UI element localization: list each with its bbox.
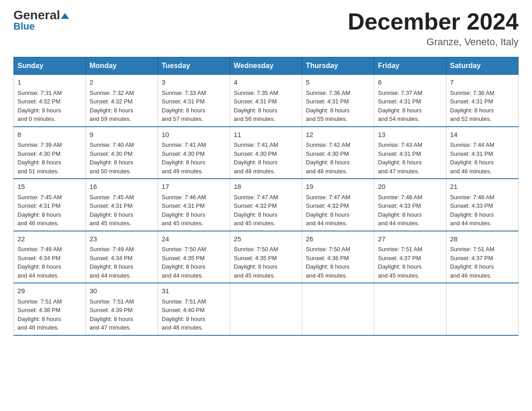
calendar-table: Sunday Monday Tuesday Wednesday Thursday… [13, 57, 519, 336]
day-info: Sunrise: 7:48 AMSunset: 4:33 PMDaylight:… [450, 194, 494, 227]
day-info: Sunrise: 7:37 AMSunset: 4:31 PMDaylight:… [378, 90, 422, 123]
day-number: 3 [162, 77, 226, 88]
table-row: 19Sunrise: 7:47 AMSunset: 4:32 PMDayligh… [302, 179, 374, 231]
day-number: 1 [17, 77, 82, 88]
day-number: 28 [450, 234, 515, 244]
table-row: 7Sunrise: 7:38 AMSunset: 4:31 PMDaylight… [446, 75, 519, 127]
table-row: 13Sunrise: 7:43 AMSunset: 4:31 PMDayligh… [374, 127, 446, 179]
table-row: 30Sunrise: 7:51 AMSunset: 4:39 PMDayligh… [86, 283, 158, 335]
table-row: 12Sunrise: 7:42 AMSunset: 4:30 PMDayligh… [302, 127, 374, 179]
day-number: 31 [162, 286, 226, 296]
day-number: 25 [234, 234, 298, 244]
day-info: Sunrise: 7:49 AMSunset: 4:34 PMDaylight:… [90, 246, 134, 279]
table-row: 4Sunrise: 7:35 AMSunset: 4:31 PMDaylight… [230, 75, 302, 127]
day-number: 24 [162, 234, 226, 244]
table-row [446, 283, 519, 335]
table-row: 24Sunrise: 7:50 AMSunset: 4:35 PMDayligh… [158, 231, 230, 283]
day-info: Sunrise: 7:51 AMSunset: 4:39 PMDaylight:… [90, 298, 134, 331]
calendar-week-row: 22Sunrise: 7:49 AMSunset: 4:34 PMDayligh… [14, 231, 519, 283]
day-number: 19 [306, 182, 370, 192]
day-info: Sunrise: 7:47 AMSunset: 4:32 PMDaylight:… [234, 194, 278, 227]
day-info: Sunrise: 7:43 AMSunset: 4:31 PMDaylight:… [378, 141, 422, 175]
day-info: Sunrise: 7:33 AMSunset: 4:31 PMDaylight:… [162, 90, 206, 123]
table-row: 23Sunrise: 7:49 AMSunset: 4:34 PMDayligh… [86, 231, 158, 283]
day-number: 10 [162, 130, 226, 140]
table-row: 5Sunrise: 7:36 AMSunset: 4:31 PMDaylight… [302, 75, 374, 127]
day-number: 13 [378, 130, 442, 140]
day-number: 9 [90, 130, 154, 140]
table-row: 31Sunrise: 7:51 AMSunset: 4:40 PMDayligh… [158, 283, 230, 335]
table-row: 22Sunrise: 7:49 AMSunset: 4:34 PMDayligh… [14, 231, 86, 283]
day-number: 22 [17, 234, 82, 244]
col-wednesday: Wednesday [230, 57, 302, 75]
page-header: General Blue December 2024 Granze, Venet… [13, 9, 519, 48]
table-row: 3Sunrise: 7:33 AMSunset: 4:31 PMDaylight… [158, 75, 230, 127]
table-row: 17Sunrise: 7:46 AMSunset: 4:31 PMDayligh… [158, 179, 230, 231]
day-info: Sunrise: 7:50 AMSunset: 4:35 PMDaylight:… [162, 246, 206, 279]
day-info: Sunrise: 7:49 AMSunset: 4:34 PMDaylight:… [17, 246, 62, 279]
table-row: 2Sunrise: 7:32 AMSunset: 4:32 PMDaylight… [86, 75, 158, 127]
table-row: 10Sunrise: 7:41 AMSunset: 4:30 PMDayligh… [158, 127, 230, 179]
calendar-week-row: 15Sunrise: 7:45 AMSunset: 4:31 PMDayligh… [14, 179, 519, 231]
day-number: 11 [234, 130, 298, 140]
day-number: 2 [90, 77, 154, 88]
table-row: 29Sunrise: 7:51 AMSunset: 4:38 PMDayligh… [14, 283, 86, 335]
table-row: 26Sunrise: 7:50 AMSunset: 4:36 PMDayligh… [302, 231, 374, 283]
day-info: Sunrise: 7:50 AMSunset: 4:35 PMDaylight:… [234, 246, 278, 279]
table-row [230, 283, 302, 335]
table-row: 8Sunrise: 7:39 AMSunset: 4:30 PMDaylight… [14, 127, 86, 179]
day-number: 7 [450, 77, 515, 88]
title-block: December 2024 Granze, Veneto, Italy [348, 9, 519, 48]
table-row: 21Sunrise: 7:48 AMSunset: 4:33 PMDayligh… [446, 179, 519, 231]
day-info: Sunrise: 7:32 AMSunset: 4:32 PMDaylight:… [90, 90, 134, 123]
table-row: 6Sunrise: 7:37 AMSunset: 4:31 PMDaylight… [374, 75, 446, 127]
table-row [374, 283, 446, 335]
calendar-week-row: 8Sunrise: 7:39 AMSunset: 4:30 PMDaylight… [14, 127, 519, 179]
day-number: 27 [378, 234, 442, 244]
day-info: Sunrise: 7:44 AMSunset: 4:31 PMDaylight:… [450, 141, 494, 175]
day-number: 20 [378, 182, 442, 192]
logo: General Blue [13, 9, 69, 32]
table-row: 20Sunrise: 7:48 AMSunset: 4:33 PMDayligh… [374, 179, 446, 231]
day-info: Sunrise: 7:45 AMSunset: 4:31 PMDaylight:… [17, 194, 62, 227]
day-info: Sunrise: 7:41 AMSunset: 4:30 PMDaylight:… [234, 141, 278, 175]
subtitle: Granze, Veneto, Italy [348, 36, 519, 48]
day-info: Sunrise: 7:38 AMSunset: 4:31 PMDaylight:… [450, 90, 494, 123]
col-monday: Monday [86, 57, 158, 75]
day-number: 29 [17, 286, 82, 296]
table-row: 27Sunrise: 7:51 AMSunset: 4:37 PMDayligh… [374, 231, 446, 283]
col-friday: Friday [374, 57, 446, 75]
table-row: 11Sunrise: 7:41 AMSunset: 4:30 PMDayligh… [230, 127, 302, 179]
day-info: Sunrise: 7:31 AMSunset: 4:32 PMDaylight:… [17, 90, 62, 123]
table-row: 9Sunrise: 7:40 AMSunset: 4:30 PMDaylight… [86, 127, 158, 179]
calendar-week-row: 29Sunrise: 7:51 AMSunset: 4:38 PMDayligh… [14, 283, 519, 335]
day-info: Sunrise: 7:50 AMSunset: 4:36 PMDaylight:… [306, 246, 350, 279]
day-info: Sunrise: 7:47 AMSunset: 4:32 PMDaylight:… [306, 194, 350, 227]
day-number: 15 [17, 182, 82, 192]
table-row: 16Sunrise: 7:45 AMSunset: 4:31 PMDayligh… [86, 179, 158, 231]
day-number: 12 [306, 130, 370, 140]
col-thursday: Thursday [302, 57, 374, 75]
calendar-week-row: 1Sunrise: 7:31 AMSunset: 4:32 PMDaylight… [14, 75, 519, 127]
day-number: 26 [306, 234, 370, 244]
col-sunday: Sunday [14, 57, 86, 75]
day-info: Sunrise: 7:51 AMSunset: 4:40 PMDaylight:… [162, 298, 206, 331]
logo-general: General [13, 9, 69, 21]
day-number: 21 [450, 182, 515, 192]
day-number: 18 [234, 182, 298, 192]
logo-blue: Blue [13, 21, 35, 32]
col-saturday: Saturday [446, 57, 519, 75]
day-info: Sunrise: 7:45 AMSunset: 4:31 PMDaylight:… [90, 194, 134, 227]
day-number: 14 [450, 130, 515, 140]
table-row: 15Sunrise: 7:45 AMSunset: 4:31 PMDayligh… [14, 179, 86, 231]
day-info: Sunrise: 7:51 AMSunset: 4:37 PMDaylight:… [450, 246, 494, 279]
day-number: 6 [378, 77, 442, 88]
day-info: Sunrise: 7:40 AMSunset: 4:30 PMDaylight:… [90, 141, 134, 175]
day-number: 8 [17, 130, 82, 140]
day-info: Sunrise: 7:42 AMSunset: 4:30 PMDaylight:… [306, 141, 350, 175]
main-title: December 2024 [348, 9, 519, 34]
day-info: Sunrise: 7:46 AMSunset: 4:31 PMDaylight:… [162, 194, 206, 227]
table-row: 18Sunrise: 7:47 AMSunset: 4:32 PMDayligh… [230, 179, 302, 231]
day-info: Sunrise: 7:39 AMSunset: 4:30 PMDaylight:… [17, 141, 62, 175]
day-info: Sunrise: 7:51 AMSunset: 4:37 PMDaylight:… [378, 246, 422, 279]
